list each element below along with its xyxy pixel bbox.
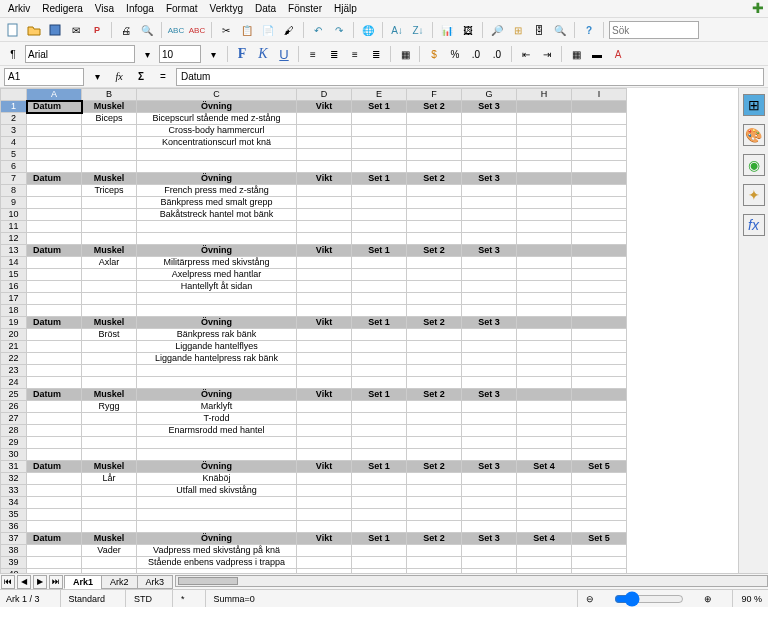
cell-C9[interactable]: Bänkpress med smalt grepp <box>137 197 297 209</box>
cell-A35[interactable] <box>27 509 82 521</box>
cell-H40[interactable] <box>517 569 572 574</box>
cell-B6[interactable] <box>82 161 137 173</box>
cell-D5[interactable] <box>297 149 352 161</box>
cell-E34[interactable] <box>352 497 407 509</box>
sum-icon[interactable]: Σ <box>132 68 150 86</box>
menu-visa[interactable]: Visa <box>95 3 114 14</box>
row-header-39[interactable]: 39 <box>1 557 27 569</box>
cell-E28[interactable] <box>352 425 407 437</box>
cell-G33[interactable] <box>462 485 517 497</box>
cell-B24[interactable] <box>82 377 137 389</box>
bold-icon[interactable]: F <box>233 45 251 63</box>
row-header-21[interactable]: 21 <box>1 341 27 353</box>
cell-A18[interactable] <box>27 305 82 317</box>
add-decimal-icon[interactable]: .0 <box>467 45 485 63</box>
cell-I2[interactable] <box>572 113 627 125</box>
cell-C36[interactable] <box>137 521 297 533</box>
size-dropdown-icon[interactable]: ▾ <box>204 45 222 63</box>
cell-B9[interactable] <box>82 197 137 209</box>
cell-G1[interactable]: Set 3 <box>462 101 517 113</box>
row-header-34[interactable]: 34 <box>1 497 27 509</box>
cell-G16[interactable] <box>462 281 517 293</box>
row-header-9[interactable]: 9 <box>1 197 27 209</box>
align-left-icon[interactable]: ≡ <box>304 45 322 63</box>
cell-G34[interactable] <box>462 497 517 509</box>
cell-A30[interactable] <box>27 449 82 461</box>
cell-F23[interactable] <box>407 365 462 377</box>
cell-E10[interactable] <box>352 209 407 221</box>
cell-E14[interactable] <box>352 257 407 269</box>
fontcolor-icon[interactable]: A <box>609 45 627 63</box>
cell-G6[interactable] <box>462 161 517 173</box>
cell-D34[interactable] <box>297 497 352 509</box>
menu-format[interactable]: Format <box>166 3 198 14</box>
align-justify-icon[interactable]: ≣ <box>367 45 385 63</box>
row-header-25[interactable]: 25 <box>1 389 27 401</box>
cell-A38[interactable] <box>27 545 82 557</box>
cell-D11[interactable] <box>297 221 352 233</box>
cell-F17[interactable] <box>407 293 462 305</box>
cell-E39[interactable] <box>352 557 407 569</box>
row-header-33[interactable]: 33 <box>1 485 27 497</box>
cell-H11[interactable] <box>517 221 572 233</box>
cell-E17[interactable] <box>352 293 407 305</box>
cell-H20[interactable] <box>517 329 572 341</box>
menu-infoga[interactable]: Infoga <box>126 3 154 14</box>
cell-B15[interactable] <box>82 269 137 281</box>
cell-F33[interactable] <box>407 485 462 497</box>
cell-F14[interactable] <box>407 257 462 269</box>
cell-C33[interactable]: Utfall med skivstång <box>137 485 297 497</box>
row-header-16[interactable]: 16 <box>1 281 27 293</box>
cell-A6[interactable] <box>27 161 82 173</box>
sidebar-properties-icon[interactable]: ⊞ <box>743 94 765 116</box>
cell-E13[interactable]: Set 1 <box>352 245 407 257</box>
cell-C39[interactable]: Stående enbens vadpress i trappa <box>137 557 297 569</box>
cell-D25[interactable]: Vikt <box>297 389 352 401</box>
cell-A27[interactable] <box>27 413 82 425</box>
cell-I34[interactable] <box>572 497 627 509</box>
datasources-icon[interactable]: 🗄 <box>530 21 548 39</box>
cell-I37[interactable]: Set 5 <box>572 533 627 545</box>
cell-B8[interactable]: Triceps <box>82 185 137 197</box>
cell-H27[interactable] <box>517 413 572 425</box>
cell-B2[interactable]: Biceps <box>82 113 137 125</box>
cell-C29[interactable] <box>137 437 297 449</box>
cell-H22[interactable] <box>517 353 572 365</box>
row-header-29[interactable]: 29 <box>1 437 27 449</box>
cell-I9[interactable] <box>572 197 627 209</box>
cell-D24[interactable] <box>297 377 352 389</box>
spellcheck-icon[interactable]: ABC <box>167 21 185 39</box>
cell-E16[interactable] <box>352 281 407 293</box>
new-doc-icon[interactable] <box>4 21 22 39</box>
font-dropdown-icon[interactable]: ▾ <box>138 45 156 63</box>
cell-G12[interactable] <box>462 233 517 245</box>
cell-A2[interactable] <box>27 113 82 125</box>
menu-hjalp[interactable]: Hjälp <box>334 3 357 14</box>
hyperlink-icon[interactable]: 🌐 <box>359 21 377 39</box>
cell-H17[interactable] <box>517 293 572 305</box>
col-header-I[interactable]: I <box>572 89 627 101</box>
cell-D2[interactable] <box>297 113 352 125</box>
cell-B31[interactable]: Muskel <box>82 461 137 473</box>
help-icon[interactable]: ? <box>580 21 598 39</box>
cell-A21[interactable] <box>27 341 82 353</box>
row-header-37[interactable]: 37 <box>1 533 27 545</box>
col-header-G[interactable]: G <box>462 89 517 101</box>
cell-I6[interactable] <box>572 161 627 173</box>
cell-F6[interactable] <box>407 161 462 173</box>
cell-D36[interactable] <box>297 521 352 533</box>
cell-E37[interactable]: Set 1 <box>352 533 407 545</box>
cell-D7[interactable]: Vikt <box>297 173 352 185</box>
col-header-C[interactable]: C <box>137 89 297 101</box>
cell-G36[interactable] <box>462 521 517 533</box>
cell-G37[interactable]: Set 3 <box>462 533 517 545</box>
cell-D40[interactable] <box>297 569 352 574</box>
cell-F7[interactable]: Set 2 <box>407 173 462 185</box>
bgcolor-icon[interactable]: ▬ <box>588 45 606 63</box>
cell-D8[interactable] <box>297 185 352 197</box>
cell-G40[interactable] <box>462 569 517 574</box>
cell-H21[interactable] <box>517 341 572 353</box>
cell-G15[interactable] <box>462 269 517 281</box>
cell-G10[interactable] <box>462 209 517 221</box>
cell-H32[interactable] <box>517 473 572 485</box>
